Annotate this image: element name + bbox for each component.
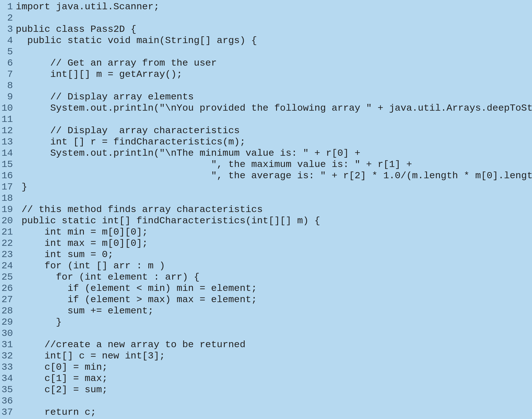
line-number: 33 xyxy=(0,362,13,373)
code-line: ", the maximum value is: " + r[1] + xyxy=(16,159,532,170)
line-number: 21 xyxy=(0,226,13,238)
code-line: c[1] = max; xyxy=(16,373,532,384)
line-number: 2 xyxy=(0,12,13,24)
line-number: 32 xyxy=(0,350,13,362)
line-number: 10 xyxy=(0,102,13,114)
code-line: for (int [] arr : m ) xyxy=(16,260,532,271)
code-line: // Get an array from the user xyxy=(16,57,532,69)
line-number: 18 xyxy=(0,193,13,204)
line-number: 15 xyxy=(0,159,13,170)
line-number: 9 xyxy=(0,91,13,102)
line-number: 4 xyxy=(0,35,13,46)
line-number: 36 xyxy=(0,395,13,407)
line-number: 31 xyxy=(0,339,13,350)
code-line: public static void main(String[] args) { xyxy=(16,35,532,46)
line-number: 17 xyxy=(0,181,13,193)
code-line: int sum = 0; xyxy=(16,249,532,260)
code-line: } xyxy=(16,317,532,328)
line-number: 30 xyxy=(0,328,13,339)
line-number: 16 xyxy=(0,170,13,181)
code-line: // Display array characteristics xyxy=(16,125,532,136)
line-number: 28 xyxy=(0,305,13,317)
code-line: int [] r = findCharacteristics(m); xyxy=(16,136,532,148)
code-content: import java.util.Scanner;public class Pa… xyxy=(16,1,532,418)
line-number: 25 xyxy=(0,271,13,283)
code-line: if (element > max) max = element; xyxy=(16,294,532,305)
code-line: c[0] = min; xyxy=(16,362,532,373)
line-number: 11 xyxy=(0,114,13,125)
code-line: int max = m[0][0]; xyxy=(16,238,532,249)
code-editor: 1234567891011121314151617181920212223242… xyxy=(0,0,532,418)
code-line: return c; xyxy=(16,407,532,418)
line-number: 24 xyxy=(0,260,13,271)
line-number: 6 xyxy=(0,57,13,69)
line-number: 13 xyxy=(0,136,13,148)
line-number: 3 xyxy=(0,24,13,35)
code-line: int[] c = new int[3]; xyxy=(16,350,532,362)
code-line: import java.util.Scanner; xyxy=(16,1,532,12)
code-line: c[2] = sum; xyxy=(16,384,532,395)
code-line xyxy=(16,46,532,57)
code-line: } xyxy=(16,181,532,193)
code-line xyxy=(16,12,532,24)
line-number: 23 xyxy=(0,249,13,260)
line-number: 12 xyxy=(0,125,13,136)
code-line: sum += element; xyxy=(16,305,532,317)
code-line: ", the average is: " + r[2] * 1.0/(m.len… xyxy=(16,170,532,181)
code-line: int[][] m = getArray(); xyxy=(16,69,532,80)
line-number: 27 xyxy=(0,294,13,305)
line-number: 19 xyxy=(0,204,13,215)
line-number: 37 xyxy=(0,407,13,418)
code-line xyxy=(16,328,532,339)
code-line: System.out.println("\nYou provided the f… xyxy=(16,102,532,114)
code-line xyxy=(16,114,532,125)
code-line xyxy=(16,395,532,407)
line-number: 5 xyxy=(0,46,13,57)
line-number: 14 xyxy=(0,148,13,159)
line-number: 1 xyxy=(0,1,13,12)
code-line xyxy=(16,80,532,91)
line-number: 26 xyxy=(0,283,13,294)
line-number: 29 xyxy=(0,317,13,328)
code-line: if (element < min) min = element; xyxy=(16,283,532,294)
line-number: 35 xyxy=(0,384,13,395)
code-line: System.out.println("\nThe minimum value … xyxy=(16,148,532,159)
line-number: 8 xyxy=(0,80,13,91)
code-line xyxy=(16,193,532,204)
code-line: // this method finds array characteristi… xyxy=(16,204,532,215)
line-number: 20 xyxy=(0,215,13,226)
code-line: public class Pass2D { xyxy=(16,24,532,35)
line-number-gutter: 1234567891011121314151617181920212223242… xyxy=(0,1,16,418)
code-line: for (int element : arr) { xyxy=(16,271,532,283)
line-number: 34 xyxy=(0,373,13,384)
code-line: public static int[] findCharacteristics(… xyxy=(16,215,532,226)
line-number: 22 xyxy=(0,238,13,249)
line-number: 7 xyxy=(0,69,13,80)
code-line: int min = m[0][0]; xyxy=(16,226,532,238)
code-line: //create a new array to be returned xyxy=(16,339,532,350)
code-line: // Display array elements xyxy=(16,91,532,102)
